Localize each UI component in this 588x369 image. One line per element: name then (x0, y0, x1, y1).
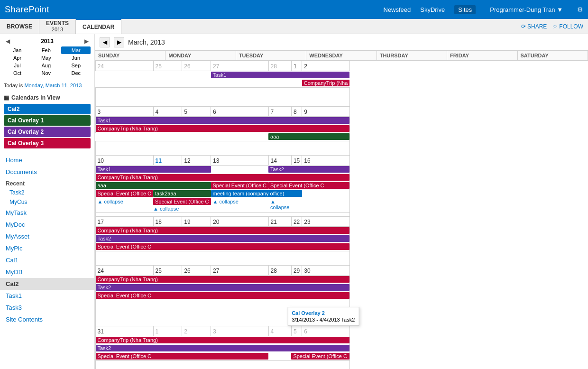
collapse-link[interactable]: ▲ collapse (213, 198, 267, 205)
sidebar-item-task2[interactable]: Task2 (0, 188, 94, 197)
day-number[interactable]: 15 (294, 157, 300, 165)
day-number[interactable]: 1 (294, 62, 300, 71)
mini-cal-month-may[interactable]: May (31, 54, 61, 62)
day-number[interactable]: 4 (156, 108, 180, 116)
day-number[interactable]: 19 (184, 218, 209, 226)
sidebar-item-documents[interactable]: Documents (0, 166, 94, 178)
sidebar-item-task1[interactable]: Task1 (0, 290, 94, 302)
collapse-link[interactable]: ▲ collapse (98, 198, 152, 205)
day-number[interactable]: 17 (98, 218, 151, 226)
skydrive-link[interactable]: SkyDrive (420, 6, 445, 13)
mini-cal-month-dec[interactable]: Dec (61, 69, 91, 77)
sidebar-item-mycus[interactable]: MyCus (0, 197, 94, 207)
day-number[interactable]: 27 (213, 267, 266, 275)
day-number[interactable]: 26 (184, 267, 209, 275)
day-number[interactable]: 13 (213, 157, 266, 165)
event-bar[interactable]: Special Event (Office C (96, 292, 349, 299)
event-bar[interactable]: Special Event (Office C (291, 353, 349, 360)
mini-cal-month-mar[interactable]: Mar (61, 46, 91, 54)
user-menu[interactable]: Programmer-Dung Tran ▼ (490, 6, 563, 13)
day-number[interactable]: 10 (98, 157, 151, 165)
day-number[interactable]: 22 (294, 218, 300, 226)
day-number[interactable]: 3 (98, 108, 151, 116)
event-bar[interactable]: aaa (96, 182, 211, 189)
event-bar[interactable]: Task2 (96, 235, 349, 242)
event-bar[interactable]: CompanyTrip (Nha (302, 80, 350, 86)
sidebar-item-cal1[interactable]: Cal1 (0, 254, 94, 266)
settings-gear-icon[interactable]: ⚙ (577, 6, 583, 13)
event-bar[interactable]: Special Event (Office C (96, 190, 154, 197)
day-number[interactable]: 21 (271, 218, 289, 226)
follow-button[interactable]: ☆ FOLLOW (552, 23, 583, 30)
day-number[interactable]: 25 (156, 267, 180, 275)
day-number[interactable]: 12 (184, 157, 209, 165)
tab-calendar[interactable]: CALENDAR (76, 19, 121, 34)
day-number[interactable]: 28 (271, 62, 289, 71)
sidebar-item-myasset[interactable]: MyAsset (0, 231, 94, 242)
day-number[interactable]: 7 (271, 108, 289, 116)
event-bar[interactable]: Task1 (96, 117, 349, 124)
sidebar-item-mytask[interactable]: MyTask (0, 207, 94, 219)
event-bar[interactable]: CompanyTrip (Nha Trang) (96, 227, 349, 234)
event-bar[interactable]: Special Event (Office C (268, 182, 349, 189)
day-number[interactable]: 30 (304, 267, 348, 275)
day-number[interactable]: 11 (156, 157, 180, 165)
mini-cal-month-aug[interactable]: Aug (31, 62, 61, 69)
event-bar[interactable]: Special Event (Office C (96, 353, 269, 360)
cal-chip-cal2[interactable]: Cal2 (4, 104, 91, 114)
event-bar[interactable]: Task1 (96, 166, 211, 173)
day-number[interactable]: 26 (184, 62, 209, 71)
day-number[interactable]: 4 (271, 327, 289, 336)
event-bar[interactable]: Special Event (Office C (96, 243, 349, 250)
share-button[interactable]: ⟳ SHARE (521, 23, 547, 30)
day-number[interactable]: 5 (184, 108, 209, 116)
day-number[interactable]: 23 (304, 218, 348, 226)
day-number[interactable]: 29 (294, 267, 300, 275)
event-bar[interactable]: task2aaa (153, 190, 211, 197)
sites-link[interactable]: Sites (454, 5, 476, 14)
day-number[interactable]: 9 (304, 108, 348, 116)
event-bar[interactable]: CompanyTrip (Nha Trang) (96, 276, 349, 283)
sidebar-item-mydb[interactable]: MyDB (0, 266, 94, 278)
event-bar[interactable]: Special Event (Office C (211, 182, 269, 189)
day-number[interactable]: 2 (304, 62, 348, 71)
mini-cal-month-feb[interactable]: Feb (31, 46, 61, 54)
sidebar-item-mydoc[interactable]: MyDoc (0, 219, 94, 231)
cal-chip-cal-overlay-3[interactable]: Cal Overlay 3 (4, 138, 91, 148)
day-number[interactable]: 6 (304, 327, 348, 336)
day-number[interactable]: 27 (213, 62, 266, 71)
mini-cal-next[interactable]: ▶ (83, 38, 91, 45)
event-bar[interactable]: CompanyTrip (Nha Trang) (96, 125, 349, 132)
mini-cal-month-sep[interactable]: Sep (61, 62, 91, 69)
day-number[interactable]: 3 (213, 327, 266, 336)
day-number[interactable]: 1 (156, 327, 180, 336)
cal-chip-cal-overlay-1[interactable]: Cal Overlay 1 (4, 115, 91, 126)
day-number[interactable]: 14 (271, 157, 289, 165)
day-number[interactable]: 6 (213, 108, 266, 116)
day-number[interactable]: 25 (156, 62, 180, 71)
day-number[interactable]: 18 (156, 218, 180, 226)
tab-events[interactable]: EVENTS 2013 (39, 19, 76, 34)
sidebar-item-mypic[interactable]: MyPic (0, 242, 94, 254)
mini-cal-prev[interactable]: ◀ (4, 38, 12, 45)
tab-browse[interactable]: BROWSE (0, 19, 39, 34)
mini-cal-month-jun[interactable]: Jun (61, 54, 91, 62)
sidebar-item-home[interactable]: Home (0, 154, 94, 166)
event-bar[interactable]: CompanyTrip (Nha Trang) (96, 174, 349, 181)
event-bar[interactable]: Task2 (96, 345, 349, 351)
day-number[interactable]: 8 (294, 108, 300, 116)
mini-cal-month-jan[interactable]: Jan (4, 46, 31, 54)
today-link[interactable]: Monday, March 11, 2013 (24, 83, 82, 88)
mini-cal-month-apr[interactable]: Apr (4, 54, 31, 62)
event-bar[interactable]: Special Event (Office C (153, 198, 211, 205)
mini-cal-month-jul[interactable]: Jul (4, 62, 31, 69)
event-bar[interactable]: meeting team (company office) (211, 190, 302, 197)
event-bar[interactable]: Task1 (211, 72, 350, 78)
cal-next-button[interactable]: ▶ (114, 37, 124, 47)
day-number[interactable]: 16 (304, 157, 348, 165)
mini-cal-month-oct[interactable]: Oct (4, 69, 31, 77)
day-number[interactable]: 24 (98, 62, 151, 71)
day-number[interactable]: 2 (184, 327, 209, 336)
newsfeed-link[interactable]: Newsfeed (384, 6, 411, 13)
cal-chip-cal-overlay-2[interactable]: Cal Overlay 2 (4, 127, 91, 137)
